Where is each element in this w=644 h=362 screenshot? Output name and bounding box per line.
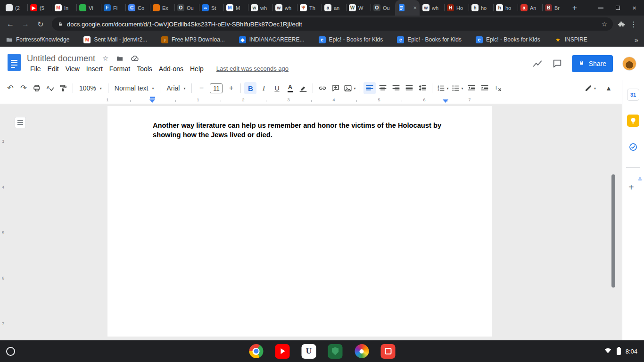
tab[interactable]: Vi xyxy=(76,0,101,16)
document-outline-button[interactable] xyxy=(15,117,26,128)
bookmark-item[interactable]: eEpic! - Books for Kids xyxy=(476,36,540,43)
tab[interactable]: sisSt xyxy=(199,0,223,16)
increase-font-size-button[interactable]: + xyxy=(225,82,237,94)
shield-app-icon[interactable] xyxy=(328,344,343,359)
tab[interactable]: OOu xyxy=(174,0,199,16)
bookmarks-overflow-button[interactable]: » xyxy=(635,36,638,44)
text-color-button[interactable]: A xyxy=(284,82,296,94)
screenshot-app-icon[interactable] xyxy=(381,344,396,359)
tab[interactable]: BBr xyxy=(542,0,567,16)
undo-button[interactable]: ↶ xyxy=(4,82,17,94)
new-tab-button[interactable]: + xyxy=(569,2,581,14)
zoom-select[interactable]: 100%▾ xyxy=(76,82,105,94)
paragraph-text[interactable]: Another way literature can help us remem… xyxy=(153,121,447,140)
insert-image-button[interactable]: ▾ xyxy=(343,82,356,94)
line-spacing-button[interactable] xyxy=(416,82,429,94)
highlight-color-button[interactable] xyxy=(297,82,309,94)
omnibox[interactable]: docs.google.com/document/d/1-OwVjOEdilb4… xyxy=(52,17,613,31)
spell-check-button[interactable]: A xyxy=(44,82,56,94)
back-button[interactable]: ← xyxy=(4,17,17,31)
first-line-indent-marker[interactable] xyxy=(150,97,155,99)
font-select[interactable]: Arial▾ xyxy=(163,82,189,94)
chrome-app-icon[interactable] xyxy=(249,344,264,359)
forward-button[interactable]: → xyxy=(19,17,32,31)
maximize-button[interactable] xyxy=(616,6,620,10)
tab[interactable]: wwh xyxy=(420,0,444,16)
menu-tools[interactable]: Tools xyxy=(133,64,156,74)
tab[interactable]: hho xyxy=(493,0,518,16)
styles-select[interactable]: Normal text▾ xyxy=(111,82,157,94)
menu-format[interactable]: Format xyxy=(106,64,133,74)
bookmark-item[interactable]: eEpic! - Books for Kids xyxy=(397,36,462,43)
collapse-toolbar-button[interactable]: ▴ xyxy=(603,82,615,94)
bold-button[interactable]: B xyxy=(244,82,256,94)
menu-file[interactable]: File xyxy=(27,64,44,74)
pinwheel-app-icon[interactable] xyxy=(355,344,369,359)
align-justify-button[interactable] xyxy=(403,82,415,94)
menu-view[interactable]: View xyxy=(62,64,83,74)
insert-link-button[interactable] xyxy=(316,82,329,94)
tab[interactable]: aan xyxy=(322,0,346,16)
activity-chart-icon[interactable] xyxy=(532,58,543,69)
tab[interactable]: hho xyxy=(469,0,493,16)
tab[interactable]: wwh xyxy=(272,0,297,16)
tab[interactable]: wwh xyxy=(248,0,272,16)
u-app-icon[interactable]: U xyxy=(302,344,316,359)
tab[interactable]: WW xyxy=(346,0,371,16)
tab[interactable]: MM xyxy=(223,0,248,16)
comments-icon[interactable] xyxy=(552,58,562,69)
get-add-ons-button[interactable]: + xyxy=(628,182,634,193)
vertical-scrollbar[interactable] xyxy=(611,174,615,288)
editing-mode-button[interactable]: ▾ xyxy=(583,82,597,94)
tab-close-button[interactable]: × xyxy=(413,5,417,11)
voice-typing-mic-icon[interactable] xyxy=(636,176,644,185)
share-button[interactable]: Share xyxy=(572,55,613,72)
decrease-indent-button[interactable] xyxy=(465,82,478,94)
bookmark-star-icon[interactable]: ☆ xyxy=(601,20,607,28)
tab[interactable]: MIn xyxy=(52,0,76,16)
align-right-button[interactable] xyxy=(390,82,402,94)
tab[interactable]: OOu xyxy=(371,0,395,16)
tab[interactable]: ΨTh xyxy=(297,0,322,16)
font-size-input[interactable]: 11 xyxy=(210,83,223,93)
account-avatar[interactable] xyxy=(622,57,636,71)
increase-indent-button[interactable] xyxy=(479,82,491,94)
redo-button[interactable]: ↷ xyxy=(17,82,30,94)
tab[interactable]: HHo xyxy=(444,0,469,16)
print-button[interactable] xyxy=(31,82,43,94)
last-edit-link[interactable]: Last edit was seconds ago xyxy=(216,65,289,72)
move-folder-icon[interactable] xyxy=(116,55,124,62)
bookmark-item[interactable]: MSent Mail - jdenvir2... xyxy=(83,36,147,43)
document-page[interactable]: Another way literature can help us remem… xyxy=(107,106,492,337)
menu-addons[interactable]: Add-ons xyxy=(156,64,187,74)
youtube-app-icon[interactable] xyxy=(275,344,290,359)
tasks-icon[interactable] xyxy=(627,141,639,153)
left-indent-marker[interactable] xyxy=(149,99,155,103)
bookmark-item[interactable]: ♪Free MP3 Downloa... xyxy=(161,36,225,43)
menu-help[interactable]: Help xyxy=(187,64,207,74)
right-indent-marker[interactable] xyxy=(443,99,448,103)
bulleted-list-button[interactable]: ▾ xyxy=(450,82,464,94)
menu-edit[interactable]: Edit xyxy=(44,64,62,74)
clear-formatting-button[interactable]: T xyxy=(492,82,504,94)
menu-insert[interactable]: Insert xyxy=(83,64,106,74)
tab-active[interactable]: × xyxy=(395,0,420,16)
decrease-font-size-button[interactable]: − xyxy=(195,82,207,94)
browser-menu-icon[interactable]: ⋮ xyxy=(627,17,640,31)
tab[interactable]: (2 xyxy=(3,0,27,16)
calendar-icon[interactable]: 31 xyxy=(627,89,639,101)
tab[interactable]: CCo xyxy=(125,0,150,16)
bookmark-item[interactable]: FortressofKnowledge xyxy=(6,36,69,43)
launcher-button[interactable] xyxy=(6,347,15,356)
document-title[interactable]: Untitled document xyxy=(27,54,95,64)
extensions-icon[interactable] xyxy=(618,20,625,28)
italic-button[interactable]: I xyxy=(257,82,270,94)
tab[interactable]: aAn xyxy=(518,0,542,16)
tab[interactable]: ▶(5 xyxy=(27,0,52,16)
bookmark-item[interactable]: ◆INDIANACAREERE... xyxy=(239,36,305,43)
minimize-button[interactable] xyxy=(598,8,603,8)
docs-logo-icon[interactable] xyxy=(8,54,21,73)
tab[interactable]: Ex xyxy=(150,0,174,16)
paint-format-button[interactable] xyxy=(57,82,69,94)
align-center-button[interactable] xyxy=(377,82,389,94)
